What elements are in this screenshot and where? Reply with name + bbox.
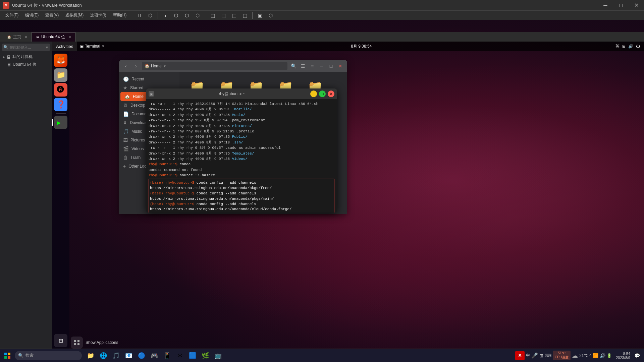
taskbar-item-game[interactable]: 🎮 — [148, 350, 160, 362]
term-output-1: -rw-rw-r-- 1 rhy rhy 103219356 7月 14 03:… — [149, 102, 318, 106]
taskbar-item-green[interactable]: 🌿 — [199, 350, 211, 362]
taskbar-item-blue[interactable]: 🟦 — [186, 350, 199, 362]
show-apps-grid-button[interactable] — [71, 337, 83, 349]
terminal-menu-item[interactable]: ▣ Terminal ▼ — [77, 44, 107, 49]
show-apps-button[interactable]: ⊞ — [54, 334, 67, 347]
cpu-temp-widget: 51℃ CPU温度 — [553, 351, 571, 360]
tab-home-close[interactable]: ✕ — [24, 35, 27, 39]
svg-rect-1 — [77, 340, 79, 342]
recent-label: Recent — [131, 77, 144, 81]
dropdown-icon[interactable]: ▼ — [45, 46, 49, 49]
library-search-input[interactable] — [2, 44, 50, 51]
term-line-9: -rw-r--r-- 1 rhy rhy 0 8月 9 06:57 .sudo_… — [149, 145, 334, 150]
notification-icon[interactable]: 💬 — [634, 353, 640, 358]
menu-tab[interactable]: 选项卡(I) — [88, 12, 109, 19]
start-button[interactable] — [1, 350, 13, 362]
grid-sys-icon[interactable]: ⊞ — [539, 353, 543, 358]
dock-item-appstore[interactable]: 🅐 — [54, 83, 67, 97]
files-forward-button[interactable]: › — [132, 62, 140, 70]
files-minimize-button[interactable]: ─ — [318, 62, 326, 70]
toolbar-btn-6[interactable]: ⬡ — [193, 11, 202, 20]
terminal-maximize-button[interactable]: □ — [319, 90, 326, 97]
files-options-button[interactable]: ≡ — [308, 62, 316, 70]
dock-item-terminal[interactable]: ▶_ — [54, 116, 67, 129]
base-prompt-2: (base) rhy@ubuntu:~$ — [150, 191, 194, 195]
tree-item-ubuntu[interactable]: 🖥 Ubuntu 64 位 — [0, 61, 52, 68]
restore-button[interactable]: □ — [613, 0, 629, 11]
taskbar-date: 2023/8/9 — [616, 356, 630, 360]
taskbar-item-phone[interactable]: 📱 — [161, 350, 173, 362]
terminal-window[interactable]: ▣ rhy@ubuntu: ~ ─ □ ✕ -rw-rw-r-- 1 rhy r… — [146, 88, 337, 213]
toolbar-btn-4[interactable]: ⬡ — [171, 11, 181, 20]
topbar-right: 英 ⊞ 🔊 ⏻ — [615, 44, 644, 49]
s-icon[interactable]: S — [515, 351, 525, 360]
menu-file[interactable]: 文件(F) — [3, 12, 21, 19]
terminal-content[interactable]: -rw-rw-r-- 1 rhy rhy 103219356 7月 14 03:… — [146, 99, 337, 213]
toolbar-btn-11[interactable]: ▣ — [255, 11, 265, 20]
terminal-titlebar: ▣ rhy@ubuntu: ~ ─ □ ✕ — [146, 88, 337, 99]
vmware-logo: V — [3, 2, 9, 9]
activities-button[interactable]: Activities — [52, 42, 77, 51]
keyboard-icon[interactable]: ⌨ — [545, 353, 551, 358]
toolbar-btn-9[interactable]: ⬚ — [229, 11, 239, 20]
dock-item-help[interactable]: ❓ — [54, 98, 67, 111]
taskbar-item-circle[interactable]: 🔵 — [136, 350, 148, 362]
chevron-up-icon[interactable]: ^ — [590, 353, 592, 358]
menu-help[interactable]: 帮助(H) — [110, 12, 129, 19]
taskbar-item-mail[interactable]: 📧 — [123, 350, 135, 362]
tab-ubuntu[interactable]: 🖥 Ubuntu 64 位 ✕ — [32, 32, 75, 42]
toolbar-btn-10[interactable]: ⬚ — [240, 11, 250, 20]
breadcrumb-chevron: ▼ — [163, 64, 166, 68]
tree-item-mycomputer[interactable]: ▶ 🖥 我的计算机 — [0, 53, 52, 61]
files-back-button[interactable]: ‹ — [122, 62, 130, 70]
files-search-button[interactable]: 🔍 — [289, 62, 298, 70]
help-icon: ❓ — [56, 100, 65, 109]
toolbar-btn-12[interactable]: ⬡ — [266, 11, 275, 20]
trash-icon: 🗑 — [123, 155, 128, 160]
term-dir-3: Music/ — [232, 113, 246, 117]
sidebar-recent[interactable]: 🕐 Recent — [119, 75, 179, 83]
toolbar-btn-8[interactable]: ⬚ — [219, 11, 228, 20]
guest-os-area[interactable]: Activities ▣ Terminal ▼ 8月 9 08:54 英 ⊞ 🔊… — [52, 42, 644, 351]
volume-taskbar-icon[interactable]: 🔊 — [600, 353, 605, 358]
term-line-12: rhy@ubuntu:~$ conda — [149, 162, 334, 167]
taskbar-datetime[interactable]: 8:54 2023/8/9 — [613, 352, 633, 360]
lang-indicator[interactable]: 英 — [615, 44, 620, 49]
pause-button[interactable]: ⏸ — [135, 11, 144, 20]
mic-icon[interactable]: 🎤 — [531, 352, 538, 359]
files-view-button[interactable]: ☰ — [299, 62, 307, 70]
taskbar-item-browser[interactable]: 🌐 — [97, 350, 109, 362]
toolbar-btn-2[interactable]: ⬡ — [146, 11, 155, 20]
taskbar-item-msg[interactable]: ✉ — [174, 350, 186, 362]
minimize-button[interactable]: ─ — [598, 0, 613, 11]
taskbar-item-files[interactable]: 📁 — [85, 350, 97, 362]
tab-home-label: 主页 — [13, 34, 21, 40]
files-close-button[interactable]: ✕ — [336, 62, 344, 70]
toolbar-btn-7[interactable]: ⬚ — [208, 11, 217, 20]
close-button[interactable]: ✕ — [629, 0, 644, 11]
dock-item-files[interactable]: 📁 — [54, 68, 67, 82]
term-dir-2: .mozilla/ — [232, 107, 252, 111]
terminal-close-button[interactable]: ✕ — [328, 90, 334, 97]
vmware-title: Ubuntu 64 位 - VMware Workstation — [12, 2, 598, 8]
toolbar-sep-2 — [205, 12, 205, 19]
taskbar-search-bar[interactable]: 🔍 搜索 — [15, 351, 82, 360]
taskbar-item-media[interactable]: 🎵 — [110, 350, 122, 362]
toolbar-btn-3[interactable]: ⬧ — [161, 11, 170, 20]
menu-edit[interactable]: 编辑(E) — [22, 12, 41, 19]
base-prompt-1: (base) rhy@ubuntu:~$ — [150, 181, 194, 185]
tab-ubuntu-close[interactable]: ✕ — [68, 35, 71, 39]
menu-view[interactable]: 查看(V) — [43, 12, 61, 19]
library-search[interactable]: 🔍 ▼ — [2, 44, 50, 51]
term-output-11: drwxr-xr-x 2 rhy rhy 4096 8月 9 07:35 — [149, 157, 232, 161]
terminal-minimize-button[interactable]: ─ — [310, 90, 317, 97]
activities-label: Activities — [56, 44, 73, 49]
files-maximize-button[interactable]: □ — [327, 62, 335, 70]
taskbar-item-tv[interactable]: 📺 — [212, 350, 224, 362]
menu-vm[interactable]: 虚拟机(M) — [63, 12, 86, 19]
desktop-icon: 🖥 — [123, 103, 128, 108]
dock-item-firefox[interactable]: 🦊 — [54, 54, 67, 67]
downloads-icon: ⬇ — [123, 120, 127, 125]
toolbar-btn-5[interactable]: ⬡ — [182, 11, 192, 20]
tab-home[interactable]: 🏠 主页 ✕ — [3, 32, 32, 42]
